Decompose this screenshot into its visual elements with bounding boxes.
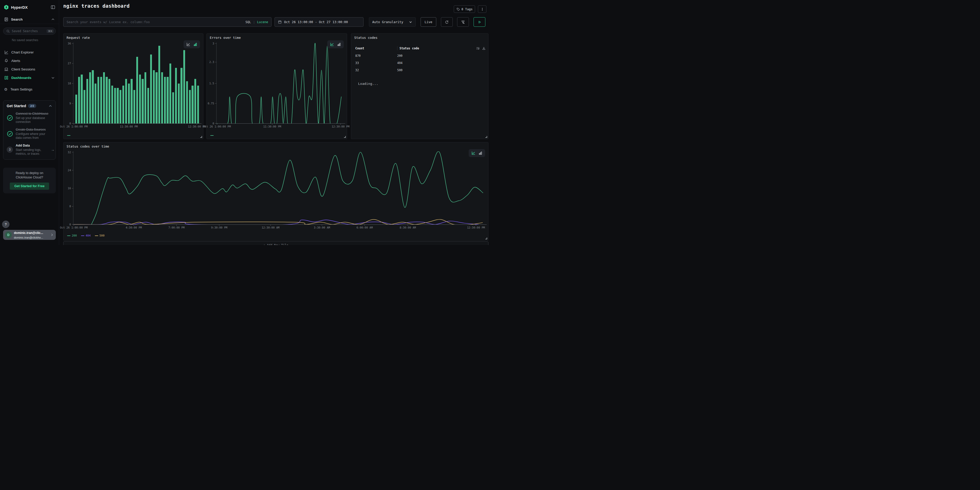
resize-handle[interactable] [200,136,202,138]
svg-text:12:30:00 PM: 12:30:00 PM [332,125,350,128]
brand-name: HyperDX [11,5,28,10]
chart-legend [67,135,70,136]
panel-title: Errors over time [210,36,241,40]
cell-status-code: 500 [397,68,486,72]
sidebar-item-client-sessions[interactable]: Client Sessions [0,65,59,73]
chevron-up-icon[interactable] [49,104,52,108]
svg-text:2.3: 2.3 [209,60,214,64]
legend-item[interactable]: 500 [95,234,105,237]
column-status-code[interactable]: Status code [399,46,476,50]
legend-item[interactable]: 404 [81,234,91,237]
nav-label: Client Sessions [11,67,55,71]
sidebar-item-alerts[interactable]: Alerts [0,57,59,65]
table-row[interactable]: 870200 [355,52,486,59]
granularity-select[interactable]: Auto Granularity [369,17,416,27]
play-icon [477,20,482,24]
lucene-toggle[interactable]: Lucene [257,20,268,24]
sql-toggle[interactable]: SQL [245,20,251,24]
legend-swatch [67,135,70,136]
event-search-bar[interactable]: SQL | Lucene [63,17,272,27]
table-row[interactable]: 33404 [355,59,486,67]
chart-type-toggle [183,40,200,48]
svg-text:3: 3 [213,42,214,45]
table-row[interactable]: 32500 [355,67,486,74]
avatar: D [5,231,12,238]
errors-over-time-chart[interactable]: 00.751.52.33Oct 26 1:00:00 PM11:30:00 PM… [208,41,346,129]
get-started-step-sources[interactable]: Create Data Sources Configure where your… [7,127,52,140]
get-started-step-add-data[interactable]: 3 Add Data Start sending logs, metrics, … [7,143,52,156]
svg-text:4:30:00 PM: 4:30:00 PM [126,226,142,229]
saved-searches-input-wrap[interactable]: ⌘K [3,27,56,35]
chevron-right-icon [50,233,54,237]
panel-request-rate: Request rate 09182736Oct 26 1:00:00 PM11… [63,33,204,139]
sidebar-item-dashboards[interactable]: Dashboards [0,73,59,82]
svg-text:8: 8 [69,205,71,208]
step-title: Create Data Sources [16,127,49,132]
bar-view-icon[interactable] [479,151,482,155]
calendar-icon [278,20,282,24]
collapse-sidebar-icon[interactable] [51,5,55,10]
get-started-step-connect[interactable]: Connect to ClickHouse Set up your databa… [7,111,52,124]
dashboard-menu-button[interactable] [478,5,487,13]
download-icon[interactable] [482,46,486,50]
legend-item[interactable] [210,135,214,136]
svg-text:11:30:00 PM: 11:30:00 PM [120,125,138,128]
bar-view-icon[interactable] [337,43,341,46]
sidebar-item-team-settings[interactable]: ⚙ Team Settings [0,85,59,94]
chart-canvas: 00.751.52.33Oct 26 1:00:00 PM11:30:00 PM… [208,41,346,129]
svg-text:16: 16 [68,187,71,190]
request-rate-chart[interactable]: 09182736Oct 26 1:00:00 PM11:30:00 PM12:3… [65,41,202,129]
legend-item[interactable]: 200 [67,234,77,237]
live-button[interactable]: Live [421,17,436,27]
saved-searches-input[interactable] [12,29,45,33]
svg-text:Oct 26 1:00:00 PM: Oct 26 1:00:00 PM [60,226,88,229]
nav-label: Alerts [11,59,55,63]
bar-view-icon[interactable] [193,43,197,46]
wrap-rows-icon[interactable] [476,46,480,50]
svg-text:6:00:00 AM: 6:00:00 AM [356,226,373,229]
panel-errors-over-time: Errors over time 00.751.52.33Oct 26 1:00… [207,33,347,139]
column-count[interactable]: Count [355,46,397,50]
resize-handle[interactable] [344,136,346,138]
svg-text:27: 27 [68,62,71,65]
legend-swatch [95,235,98,236]
language-divider: | [254,20,255,24]
status-codes-over-time-chart[interactable]: 08162432Oct 26 1:00:00 PM4:30:00 PM7:00:… [65,150,487,229]
run-query-button[interactable] [474,17,485,27]
arrow-right-icon: → [51,148,54,152]
nav-label: Team Settings [10,88,55,91]
event-search-input[interactable] [67,20,243,24]
line-view-icon[interactable] [186,43,190,46]
sidebar: HyperDX Search ⌘K No saved searches Char… [0,0,59,245]
resize-handle[interactable] [485,237,487,239]
user-menu[interactable]: D dominic.tran@clic... dominic.tran@clic… [3,230,56,240]
panel-status-codes-over-time: Status codes over time 08162432Oct 26 1:… [63,142,488,241]
svg-text:9:30:00 PM: 9:30:00 PM [211,226,227,229]
refresh-button[interactable] [441,17,453,27]
line-view-icon[interactable] [330,43,334,46]
sidebar-item-chart-explorer[interactable]: Chart Explorer [0,48,59,57]
date-range-picker[interactable]: Oct 26 13:00:00 - Oct 27 13:00:00 [275,17,364,27]
dashboard-icon [4,76,8,80]
resize-handle[interactable] [485,136,487,138]
get-started-free-button[interactable]: Get Started for Free [10,183,49,190]
line-view-icon[interactable] [471,151,475,155]
kebab-icon [480,8,484,11]
shortcut-kbd: ⌘K [46,29,54,33]
tags-button[interactable]: 0 Tags [454,5,475,13]
chevron-down-icon [409,20,412,24]
svg-text:9: 9 [69,102,71,105]
legend-label: 500 [100,234,105,237]
cell-count: 33 [355,61,397,65]
sidebar-section-search[interactable]: Search [0,16,59,22]
check-circle-icon [7,115,13,121]
step-desc: Start sending logs, metrics, or traces [16,148,49,156]
gear-icon: ⚙ [4,88,8,91]
add-new-tile-button[interactable]: + Add New Tile [63,242,488,245]
filter-edit-button[interactable] [457,17,469,27]
legend-label: 404 [86,234,91,237]
step-title: Connect to ClickHouse [16,111,49,116]
help-button[interactable]: ? [2,221,10,228]
legend-item[interactable] [67,135,70,136]
svg-text:24: 24 [68,169,71,172]
